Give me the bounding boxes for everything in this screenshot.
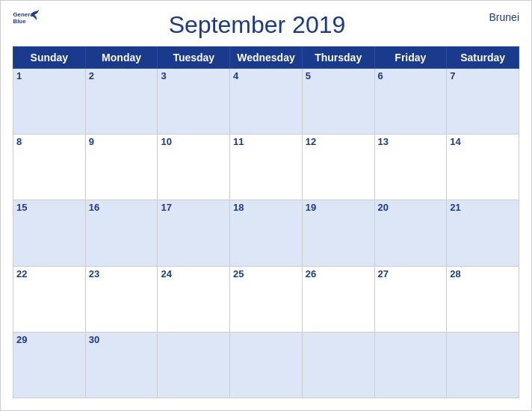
calendar-day-cell — [447, 332, 519, 398]
calendar-day-cell — [158, 332, 230, 398]
calendar-day-cell: 1 — [13, 69, 86, 135]
calendar-day-cell — [374, 332, 447, 398]
calendar-day-cell: 14 — [447, 135, 519, 200]
weekday-friday: Friday — [374, 47, 447, 69]
date-number: 22 — [16, 268, 82, 279]
calendar-day-cell: 13 — [374, 135, 447, 200]
calendar-day-cell: 29 — [13, 332, 86, 398]
calendar-table: Sunday Monday Tuesday Wednesday Thursday… — [13, 46, 519, 398]
general-blue-logo-icon: General Blue — [13, 8, 40, 29]
calendar-day-cell: 3 — [158, 69, 230, 135]
weekday-thursday: Thursday — [302, 47, 374, 69]
date-number: 19 — [306, 202, 371, 213]
calendar-container: General Blue September 2019 Brunei Sunda… — [0, 0, 532, 411]
logo-area: General Blue — [13, 8, 40, 29]
calendar-day-cell — [230, 332, 303, 398]
date-number: 10 — [161, 136, 226, 147]
calendar-week-row: 1234567 — [13, 69, 519, 135]
calendar-day-cell: 15 — [13, 200, 86, 266]
date-number: 25 — [233, 268, 299, 279]
weekday-monday: Monday — [85, 47, 158, 69]
date-number: 11 — [233, 136, 299, 147]
calendar-title: September 2019 — [40, 11, 474, 39]
date-number: 26 — [306, 268, 371, 279]
date-number: 1 — [16, 70, 82, 81]
date-number: 27 — [378, 268, 444, 279]
calendar-day-cell: 9 — [85, 135, 158, 200]
calendar-day-cell: 19 — [302, 200, 374, 266]
calendar-day-cell: 7 — [447, 69, 519, 135]
date-number: 21 — [450, 202, 516, 213]
calendar-day-cell: 12 — [302, 135, 374, 200]
calendar-week-row: 891011121314 — [13, 135, 519, 200]
weekday-sunday: Sunday — [13, 47, 86, 69]
date-number: 14 — [450, 136, 516, 147]
date-number: 23 — [89, 268, 155, 279]
calendar-body: 1234567891011121314151617181920212223242… — [13, 69, 519, 398]
date-number: 7 — [450, 70, 516, 81]
date-number: 18 — [233, 202, 299, 213]
calendar-day-cell: 11 — [230, 135, 303, 200]
calendar-day-cell: 21 — [447, 200, 519, 266]
calendar-day-cell: 10 — [158, 135, 230, 200]
date-number: 6 — [378, 70, 444, 81]
date-number: 29 — [16, 334, 82, 345]
date-number: 9 — [89, 136, 155, 147]
calendar-day-cell: 27 — [374, 266, 447, 332]
calendar-header: General Blue September 2019 Brunei — [13, 8, 519, 42]
calendar-day-cell: 2 — [85, 69, 158, 135]
weekday-saturday: Saturday — [447, 47, 519, 69]
calendar-day-cell: 18 — [230, 200, 303, 266]
date-number: 5 — [306, 70, 371, 81]
weekday-wednesday: Wednesday — [230, 47, 303, 69]
date-number: 30 — [89, 334, 155, 345]
calendar-day-cell: 24 — [158, 266, 230, 332]
date-number: 4 — [233, 70, 299, 81]
calendar-day-cell: 17 — [158, 200, 230, 266]
calendar-week-row: 2930 — [13, 332, 519, 398]
date-number: 20 — [378, 202, 444, 213]
calendar-week-row: 15161718192021 — [13, 200, 519, 266]
calendar-day-cell: 30 — [85, 332, 158, 398]
date-number: 17 — [161, 202, 226, 213]
calendar-week-row: 22232425262728 — [13, 266, 519, 332]
calendar-day-cell: 20 — [374, 200, 447, 266]
date-number: 8 — [16, 136, 82, 147]
date-number: 3 — [161, 70, 226, 81]
weekday-header-row: Sunday Monday Tuesday Wednesday Thursday… — [13, 47, 519, 69]
date-number: 2 — [89, 70, 155, 81]
calendar-day-cell: 25 — [230, 266, 303, 332]
weekday-tuesday: Tuesday — [158, 47, 230, 69]
calendar-day-cell: 6 — [374, 69, 447, 135]
date-number: 28 — [450, 268, 516, 279]
date-number: 16 — [89, 202, 155, 213]
calendar-day-cell — [302, 332, 374, 398]
date-number: 12 — [306, 136, 371, 147]
date-number: 24 — [161, 268, 226, 279]
calendar-day-cell: 26 — [302, 266, 374, 332]
date-number: 15 — [16, 202, 82, 213]
calendar-day-cell: 16 — [85, 200, 158, 266]
calendar-day-cell: 4 — [230, 69, 303, 135]
calendar-day-cell: 5 — [302, 69, 374, 135]
calendar-day-cell: 22 — [13, 266, 86, 332]
calendar-day-cell: 28 — [447, 266, 519, 332]
logo-line2: Blue — [13, 18, 27, 25]
date-number: 13 — [378, 136, 444, 147]
calendar-day-cell: 23 — [85, 266, 158, 332]
country-label: Brunei — [474, 11, 519, 23]
calendar-day-cell: 8 — [13, 135, 86, 200]
